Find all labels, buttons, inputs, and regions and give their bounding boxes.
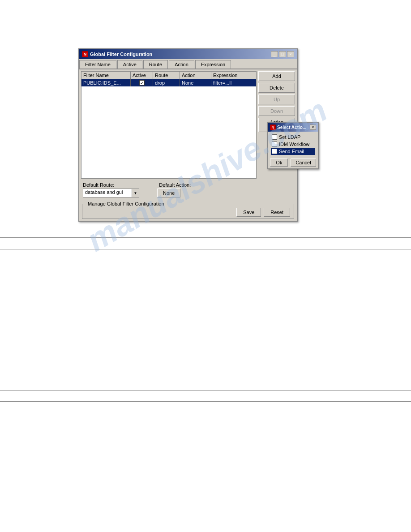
- popup-ok-button[interactable]: Ok: [270, 159, 288, 167]
- reset-button[interactable]: Reset: [264, 208, 290, 217]
- tab-action[interactable]: Action: [169, 60, 194, 69]
- default-action-button[interactable]: None: [157, 189, 180, 197]
- cell-filter-name: PUBLIC:IDS_E...: [81, 79, 131, 86]
- default-route-input[interactable]: database and gui: [83, 189, 132, 197]
- cell-action: None: [180, 79, 211, 86]
- popup-item-idm-workflow[interactable]: IDM Workflow: [271, 141, 315, 148]
- minimize-button[interactable]: _: [271, 51, 278, 57]
- label-row: Default Route: Default Action:: [83, 182, 293, 188]
- divider-mid: [0, 249, 411, 249]
- set-ldap-checkbox[interactable]: [272, 134, 277, 140]
- title-buttons: _ □ ×: [271, 51, 294, 57]
- filter-table: Filter Name Active Route Action Expressi…: [81, 71, 257, 179]
- default-route-field: database and gui ▼: [83, 189, 139, 197]
- popup-cancel-button[interactable]: Cancel: [291, 159, 316, 167]
- popup-item-set-ldap[interactable]: Set LDAP: [271, 133, 315, 141]
- bottom-section: Default Route: Default Action: database …: [79, 180, 297, 202]
- col-action: Action: [180, 72, 211, 79]
- popup-title: Select Actio...: [277, 125, 306, 130]
- popup-app-icon: N: [270, 124, 276, 130]
- send-email-checkbox[interactable]: ✓: [272, 149, 277, 154]
- down-button[interactable]: Down: [258, 106, 295, 116]
- maximize-button[interactable]: □: [279, 51, 286, 57]
- idm-workflow-label: IDM Workflow: [279, 142, 309, 147]
- manage-section: Manage Global Filter Configuration Save …: [82, 204, 294, 219]
- send-email-label: Send Email: [279, 149, 304, 154]
- cell-route: drop: [153, 79, 180, 86]
- save-button[interactable]: Save: [236, 208, 261, 217]
- tab-route[interactable]: Route: [143, 60, 168, 69]
- field-row: database and gui ▼ None: [83, 189, 293, 197]
- divider-bottom2: [0, 401, 411, 402]
- tab-bar: Filter Name Active Route Action Expressi…: [79, 59, 297, 69]
- popup-close-button[interactable]: ×: [310, 124, 316, 130]
- divider-top: [0, 237, 411, 238]
- app-icon: N: [82, 51, 88, 57]
- tab-active[interactable]: Active: [117, 60, 142, 69]
- popup-title-left: N Select Actio...: [270, 124, 306, 130]
- popup-title-bar: N Select Actio... ×: [268, 123, 318, 132]
- tab-filter-name[interactable]: Filter Name: [79, 60, 116, 69]
- close-button[interactable]: ×: [287, 51, 294, 57]
- popup-content: Set LDAP IDM Workflow ✓ Send Email: [268, 132, 318, 157]
- tab-expression[interactable]: Expression: [195, 60, 231, 69]
- delete-button[interactable]: Delete: [258, 83, 295, 93]
- popup-buttons: Ok Cancel: [268, 157, 318, 168]
- col-expression: Expression: [211, 72, 256, 79]
- col-active: Active: [131, 72, 153, 79]
- col-route: Route: [153, 72, 180, 79]
- global-filter-dialog: N Global Filter Configuration _ □ × Filt…: [78, 48, 298, 222]
- popup-item-send-email[interactable]: ✓ Send Email: [271, 148, 315, 155]
- main-content: Filter Name Active Route Action Expressi…: [79, 69, 297, 180]
- default-route-label: Default Route:: [83, 182, 114, 188]
- cell-active: ✓: [131, 79, 153, 86]
- table-row[interactable]: PUBLIC:IDS_E... ✓ drop None filter=...ll: [81, 79, 256, 86]
- manage-legend: Manage Global Filter Configuration: [86, 201, 166, 206]
- table-header: Filter Name Active Route Action Expressi…: [81, 72, 256, 79]
- default-action-label: Default Action:: [159, 182, 191, 188]
- select-action-dialog: N Select Actio... × Set LDAP IDM Workflo…: [267, 122, 319, 169]
- dialog-title: Global Filter Configuration: [90, 51, 152, 57]
- title-bar: N Global Filter Configuration _ □ ×: [79, 49, 297, 59]
- col-filter-name: Filter Name: [81, 72, 131, 79]
- default-route-arrow[interactable]: ▼: [132, 189, 139, 197]
- title-bar-left: N Global Filter Configuration: [82, 51, 152, 57]
- manage-buttons: Save Reset: [86, 206, 290, 217]
- up-button[interactable]: Up: [258, 94, 295, 104]
- divider-bottom1: [0, 390, 411, 391]
- add-button[interactable]: Add: [258, 71, 295, 81]
- cell-expression: filter=...ll: [211, 79, 256, 86]
- active-checkbox[interactable]: ✓: [139, 80, 145, 86]
- idm-workflow-checkbox[interactable]: [272, 142, 277, 147]
- set-ldap-label: Set LDAP: [279, 134, 300, 140]
